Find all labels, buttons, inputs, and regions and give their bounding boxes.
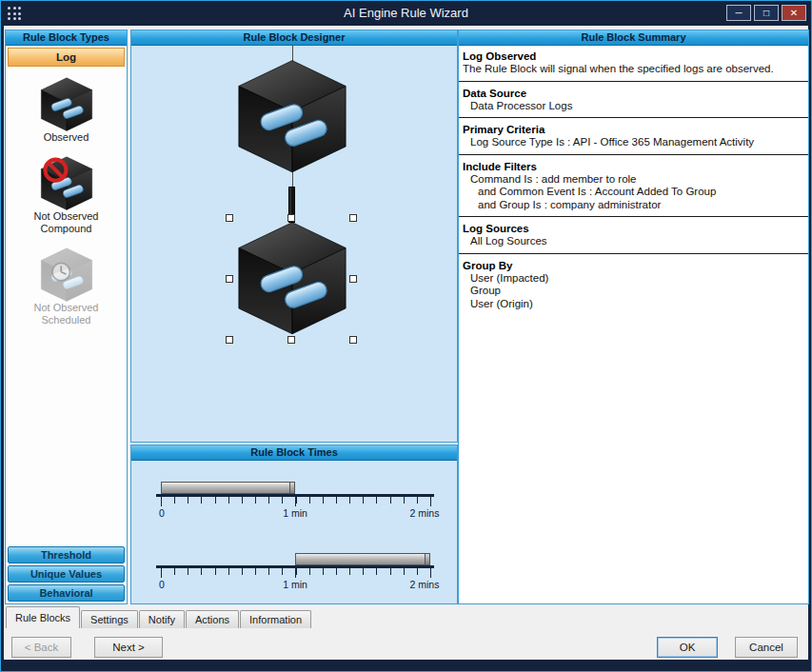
tick-label-0: 0: [159, 507, 165, 519]
summary-separator: [459, 216, 808, 217]
summary-line: Group: [463, 285, 801, 298]
type-item-label: Not Observed: [34, 210, 99, 223]
close-button[interactable]: ✕: [782, 5, 806, 21]
summary-line: User (Origin): [463, 298, 801, 311]
summary-section-title: Log Observed: [463, 49, 801, 63]
rule-block-summary-panel: Rule Block Summary Log Observed The Rule…: [458, 30, 809, 604]
times-canvas: 0 1 min 2 mins 0 1 min 2 mins: [131, 461, 457, 603]
summary-line: Command Is : add member to role: [463, 173, 801, 187]
rule-block-designer-panel: Rule Block Designer: [130, 30, 458, 443]
selection-handle[interactable]: [226, 214, 233, 222]
type-item-label: Compound: [41, 223, 92, 235]
designer-cube-block-selected[interactable]: [234, 219, 350, 335]
summary-line: All Log Sources: [463, 235, 801, 248]
selection-handle[interactable]: [226, 275, 233, 283]
tab-notify[interactable]: Notify: [139, 610, 185, 628]
wizard-content: Rule Block Types Log Observed Not Observ…: [4, 26, 808, 660]
ok-button[interactable]: OK: [657, 637, 718, 658]
type-item-not-observed-compound[interactable]: Not Observed Compound: [34, 155, 99, 235]
summary-line: and Group Is : company administrator: [463, 199, 801, 212]
threshold-category-button[interactable]: Threshold: [8, 546, 125, 563]
selection-handle[interactable]: [349, 275, 357, 283]
summary-section-title: Data Source: [463, 87, 801, 100]
summary-line: and Common Event Is : Account Added To G…: [463, 186, 801, 199]
slider-grip[interactable]: [425, 554, 429, 564]
selection-handle[interactable]: [349, 214, 357, 222]
time-range-slider-1[interactable]: [161, 482, 295, 494]
time-range-slider-2[interactable]: [295, 553, 430, 565]
cube-not-observed-icon: [39, 155, 94, 210]
selection-handle[interactable]: [287, 336, 295, 344]
designer-cube-block[interactable]: [234, 57, 350, 173]
rule-block-type-list: Observed Not Observed Compound Not Obser…: [6, 69, 127, 544]
summary-line: The Rule Block will signal when the spec…: [463, 63, 801, 76]
rule-block-designer-header: Rule Block Designer: [131, 30, 457, 46]
summary-body: Log Observed The Rule Block will signal …: [459, 46, 808, 603]
titlebar[interactable]: AI Engine Rule Wizard ─ □ ✕: [1, 1, 811, 26]
summary-separator: [459, 154, 808, 155]
slider-ticks-1: [161, 497, 431, 504]
slider-ticks-2: [161, 568, 431, 575]
tick-label-2mins: 2 mins: [410, 579, 440, 590]
tab-actions[interactable]: Actions: [186, 610, 239, 628]
window-title: AI Engine Rule Wizard: [1, 6, 811, 20]
summary-line: User (Impacted): [463, 272, 801, 286]
tick-label-0: 0: [159, 579, 165, 590]
next-button[interactable]: Next >: [94, 637, 163, 658]
designer-canvas[interactable]: [131, 46, 457, 442]
summary-separator: [459, 117, 808, 118]
category-buttons: Threshold Unique Values Behavioral: [6, 544, 127, 603]
type-item-label: Scheduled: [42, 314, 91, 326]
log-category-button[interactable]: Log: [8, 48, 125, 67]
type-item-observed[interactable]: Observed: [39, 76, 94, 144]
back-button[interactable]: < Back: [11, 637, 71, 658]
ai-engine-rule-wizard-window: AI Engine Rule Wizard ─ □ ✕ Rule Block T…: [0, 0, 812, 672]
cube-observed-icon: [39, 76, 94, 131]
summary-section-title: Log Sources: [463, 222, 801, 235]
selection-handle[interactable]: [287, 214, 295, 222]
selection-handle[interactable]: [349, 336, 357, 344]
rule-block-types-panel: Rule Block Types Log Observed Not Observ…: [5, 30, 128, 604]
rule-block-summary-header: Rule Block Summary: [459, 30, 808, 46]
rule-block-times-header: Rule Block Times: [131, 445, 457, 461]
summary-separator: [459, 253, 808, 254]
wizard-tabstrip: Rule Blocks Settings Notify Actions Info…: [6, 606, 806, 628]
cube-scheduled-icon: [39, 247, 94, 302]
summary-line: Log Source Type Is : API - Office 365 Ma…: [463, 136, 801, 149]
minimize-button[interactable]: ─: [726, 5, 751, 21]
summary-section-title: Primary Criteria: [463, 123, 801, 136]
tab-information[interactable]: Information: [240, 610, 311, 628]
unique-values-category-button[interactable]: Unique Values: [8, 565, 125, 583]
tick-label-1min: 1 min: [283, 507, 307, 519]
summary-separator: [459, 81, 808, 82]
type-item-label: Not Observed: [34, 302, 99, 314]
tab-rule-blocks[interactable]: Rule Blocks: [6, 606, 80, 628]
behavioral-category-button[interactable]: Behavioral: [8, 584, 125, 602]
slider-grip[interactable]: [289, 483, 294, 493]
selection-handle[interactable]: [226, 336, 233, 344]
rule-block-types-header: Rule Block Types: [6, 30, 127, 46]
maximize-button[interactable]: □: [754, 5, 779, 21]
type-item-label: Observed: [44, 131, 89, 144]
tab-settings[interactable]: Settings: [81, 610, 138, 628]
summary-section-title: Group By: [463, 259, 801, 272]
tick-label-1min: 1 min: [283, 579, 307, 590]
type-item-not-observed-scheduled[interactable]: Not Observed Scheduled: [34, 247, 99, 326]
tick-label-2mins: 2 mins: [410, 507, 440, 519]
summary-line: Data Processor Logs: [463, 100, 801, 113]
rule-block-times-panel: Rule Block Times 0 1 min 2 mins 0: [130, 445, 458, 604]
summary-section-title: Include Filters: [463, 160, 801, 173]
cancel-button[interactable]: Cancel: [735, 637, 798, 658]
